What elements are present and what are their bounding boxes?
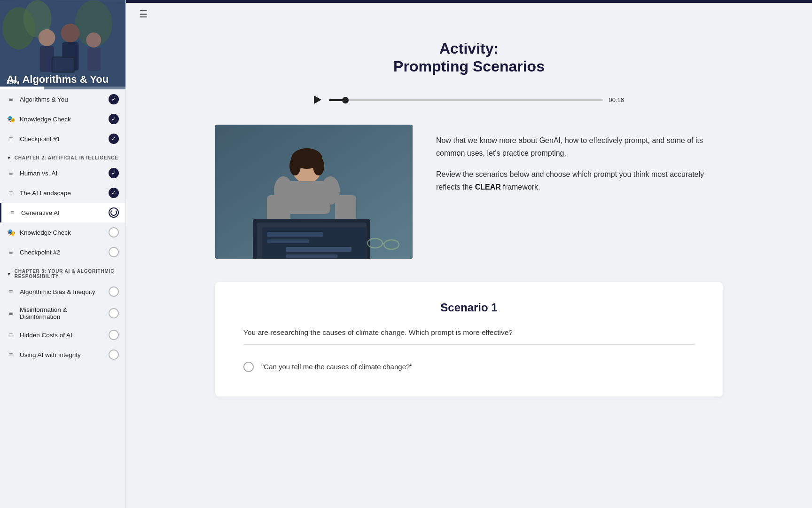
list-icon: ≡ bbox=[7, 351, 15, 358]
sidebar-item-hidden-costs[interactable]: ≡ Hidden Costs of AI bbox=[0, 325, 125, 345]
sidebar-item-algorithms-you[interactable]: ≡ Algorithms & You ✓ bbox=[0, 89, 125, 109]
list-icon: ≡ bbox=[7, 189, 15, 197]
svg-point-8 bbox=[86, 32, 101, 48]
scenario-option-a[interactable]: "Can you tell me the causes of climate c… bbox=[243, 356, 695, 378]
scenario-divider bbox=[243, 344, 695, 345]
scenario-title: Scenario 1 bbox=[243, 301, 695, 314]
svg-point-16 bbox=[289, 157, 301, 175]
chevron-down-icon: ▼ bbox=[7, 271, 12, 277]
page-title-line2: Prompting Scenarios bbox=[215, 57, 723, 75]
sidebar: AI, Algorithms & You 35% ≡ Algorithms & … bbox=[0, 0, 126, 508]
sidebar-item-label: Hidden Costs of AI bbox=[20, 332, 104, 339]
quiz-icon: 🎭 bbox=[7, 115, 15, 123]
sidebar-item-label: Algorithmic Bias & Inequity bbox=[20, 288, 104, 295]
sidebar-item-label: Knowledge Check bbox=[20, 116, 104, 123]
list-icon: ≡ bbox=[7, 135, 15, 143]
header-bar: ☰ bbox=[126, 3, 812, 25]
sidebar-item-label: Human vs. AI bbox=[20, 170, 104, 177]
list-icon: ≡ bbox=[7, 248, 15, 256]
radio-button-a[interactable] bbox=[243, 362, 254, 372]
sidebar-item-label: Using AI with Integrity bbox=[20, 351, 104, 358]
list-icon: ≡ bbox=[7, 310, 15, 317]
list-icon: ≡ bbox=[7, 169, 15, 177]
svg-rect-29 bbox=[267, 239, 309, 243]
status-in-progress-icon bbox=[109, 207, 119, 218]
chapter-3-header: ▼ CHAPTER 3: YOUR AI & ALGORITHMIC RESPO… bbox=[0, 262, 125, 282]
list-icon: ≡ bbox=[7, 331, 15, 339]
content-image bbox=[215, 125, 413, 259]
main-content: ☰ Activity: Prompting Scenarios 00:16 bbox=[126, 0, 812, 508]
option-a-text: "Can you tell me the causes of climate c… bbox=[261, 363, 413, 371]
hamburger-button[interactable]: ☰ bbox=[135, 7, 151, 22]
page-title-line1: Activity: bbox=[215, 40, 723, 57]
status-empty-icon bbox=[109, 247, 119, 257]
status-empty-icon bbox=[109, 349, 119, 360]
sidebar-hero: AI, Algorithms & You 35% bbox=[0, 0, 125, 89]
status-complete-icon: ✓ bbox=[109, 168, 119, 178]
status-empty-icon bbox=[109, 308, 119, 318]
quiz-icon: 🎭 bbox=[7, 229, 15, 236]
chapter-2-title: CHAPTER 2: ARTIFICIAL INTELLIGENCE bbox=[15, 155, 118, 160]
sidebar-item-algorithmic-bias[interactable]: ≡ Algorithmic Bias & Inequity bbox=[0, 282, 125, 302]
scenario-question: You are researching the causes of climat… bbox=[243, 328, 695, 337]
sidebar-item-checkpoint-2[interactable]: ≡ Checkpoint #2 bbox=[0, 242, 125, 262]
content-paragraph-2: Review the scenarios below and choose wh… bbox=[436, 168, 723, 193]
sidebar-item-knowledge-check-2[interactable]: 🎭 Knowledge Check bbox=[0, 222, 125, 242]
scenario-card: Scenario 1 You are researching the cause… bbox=[215, 282, 723, 397]
chevron-down-icon: ▼ bbox=[7, 155, 12, 160]
sidebar-item-human-vs-ai[interactable]: ≡ Human vs. AI ✓ bbox=[0, 163, 125, 183]
status-complete-icon: ✓ bbox=[109, 94, 119, 104]
svg-point-17 bbox=[313, 157, 324, 175]
svg-point-6 bbox=[61, 24, 80, 42]
sidebar-navigation: ≡ Algorithms & You ✓ 🎭 Knowledge Check ✓… bbox=[0, 89, 125, 508]
list-icon: ≡ bbox=[7, 95, 15, 103]
sidebar-item-label: Algorithms & You bbox=[20, 96, 104, 103]
sidebar-item-using-ai-integrity[interactable]: ≡ Using AI with Integrity bbox=[0, 345, 125, 365]
status-empty-icon bbox=[109, 227, 119, 238]
status-empty-icon bbox=[109, 286, 119, 297]
sidebar-item-label: Knowledge Check bbox=[20, 229, 104, 236]
content-bold-keyword: CLEAR bbox=[475, 183, 501, 191]
svg-rect-31 bbox=[286, 254, 337, 258]
sidebar-item-misinformation[interactable]: ≡ Misinformation & Disinformation bbox=[0, 302, 125, 325]
audio-player[interactable]: 00:16 bbox=[304, 90, 633, 111]
page-title-section: Activity: Prompting Scenarios bbox=[215, 25, 723, 85]
status-empty-icon bbox=[109, 330, 119, 340]
svg-rect-28 bbox=[267, 232, 323, 237]
page-title: Activity: Prompting Scenarios bbox=[215, 40, 723, 76]
content-text-block: Now that we know more about GenAI, how t… bbox=[436, 125, 723, 202]
sidebar-item-label: Checkpoint #2 bbox=[20, 249, 104, 256]
sidebar-item-knowledge-check-1[interactable]: 🎭 Knowledge Check ✓ bbox=[0, 109, 125, 129]
content-two-column: Now that we know more about GenAI, how t… bbox=[215, 125, 723, 259]
audio-scrubber-handle[interactable] bbox=[342, 97, 349, 103]
content-paragraph-1: Now that we know more about GenAI, how t… bbox=[436, 134, 723, 159]
sidebar-item-label: Misinformation & Disinformation bbox=[20, 306, 104, 320]
sidebar-item-generative-ai[interactable]: ≡ Generative AI bbox=[0, 203, 125, 222]
sidebar-item-checkpoint-1[interactable]: ≡ Checkpoint #1 ✓ bbox=[0, 129, 125, 149]
svg-line-36 bbox=[383, 243, 384, 244]
list-icon: ≡ bbox=[7, 288, 15, 295]
progress-label: 35% bbox=[7, 79, 18, 86]
sidebar-item-label: Checkpoint #1 bbox=[20, 135, 104, 143]
audio-time: 00:16 bbox=[609, 96, 624, 103]
hero-overlay: AI, Algorithms & You bbox=[0, 66, 125, 89]
sidebar-item-label: The AI Landscape bbox=[20, 190, 104, 197]
svg-rect-30 bbox=[286, 247, 351, 252]
sidebar-item-label: Generative AI bbox=[21, 209, 104, 216]
play-button[interactable] bbox=[314, 95, 323, 105]
audio-track[interactable] bbox=[329, 99, 603, 101]
content-area: Activity: Prompting Scenarios 00:16 bbox=[187, 25, 751, 425]
course-title: AI, Algorithms & You bbox=[7, 73, 119, 86]
status-complete-icon: ✓ bbox=[109, 114, 119, 124]
chapter-3-title: CHAPTER 3: YOUR AI & ALGORITHMIC RESPONS… bbox=[15, 269, 119, 279]
list-icon: ≡ bbox=[8, 209, 16, 216]
content-text-after-bold: framework. bbox=[503, 183, 540, 191]
status-complete-icon: ✓ bbox=[109, 188, 119, 198]
chapter-2-header: ▼ CHAPTER 2: ARTIFICIAL INTELLIGENCE bbox=[0, 149, 125, 163]
svg-point-4 bbox=[39, 29, 55, 46]
sidebar-item-ai-landscape[interactable]: ≡ The AI Landscape ✓ bbox=[0, 183, 125, 203]
play-icon bbox=[314, 95, 321, 104]
status-complete-icon: ✓ bbox=[109, 134, 119, 144]
